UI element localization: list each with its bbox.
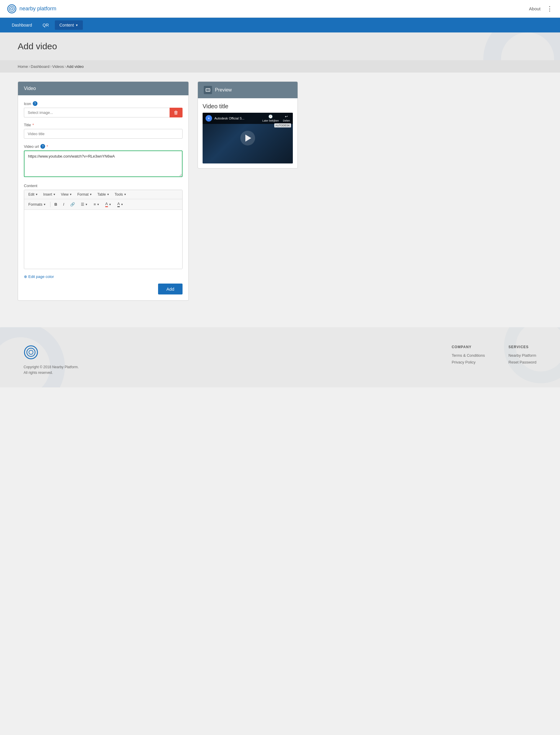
chevron-down-icon: ▼ [89,193,92,196]
footer-company-heading: COMPANY [452,345,485,349]
toolbar-text-color[interactable]: A ▼ [103,200,114,208]
breadcrumb-dashboard[interactable]: Dashboard [31,64,50,69]
breadcrumb: Home › Dashboard › Videos › Add video [0,60,560,73]
play-triangle-icon [245,134,251,142]
preview-card: Preview Video title Autodesk Official S.… [198,81,298,168]
plus-icon: ⊕ [24,274,27,279]
toolbar-unordered-list[interactable]: ☰ ▼ [78,201,90,208]
icon-delete-button[interactable]: 🗑 [170,108,183,117]
chevron-down-icon: ▼ [53,193,56,196]
nav-qr[interactable]: QR [38,20,54,30]
chevron-down-icon: ▼ [43,203,46,206]
nav-content[interactable]: Content ▼ [55,20,83,30]
autodesk-badge: AUTODESK [274,123,291,127]
add-button[interactable]: Add [158,283,183,294]
footer-privacy-link[interactable]: Privacy Policy [452,360,485,364]
footer-services-heading: SERVICES [508,345,536,349]
later-bekijken-btn[interactable]: 🕐 Later bekijken [262,114,279,122]
footer-right: COMPANY Terms & Conditions Privacy Polic… [452,345,536,367]
footer-nearby-link[interactable]: Nearby Platform [508,353,536,357]
svg-point-2 [11,8,13,10]
secondary-nav: Dashboard QR Content ▼ [0,18,560,32]
icon-label: Icon ? [24,101,183,106]
chevron-down-icon: ▼ [75,24,78,27]
menu-edit[interactable]: Edit ▼ [26,191,40,198]
menu-view[interactable]: View ▼ [59,191,75,198]
footer-logo-icon [24,345,38,360]
breadcrumb-home[interactable]: Home [18,64,28,69]
icon-help-badge[interactable]: ? [33,101,37,106]
video-top-actions: 🕐 Later bekijken ↩ Delen [262,114,290,122]
video-card-header: Video [18,82,188,95]
chevron-down-icon: ▼ [85,203,88,206]
content-label: Content [24,183,183,188]
page-header: Add video [0,32,560,60]
ordered-list-icon: ≡ [94,202,96,206]
chevron-down-icon: ▼ [109,203,111,206]
top-nav: nearby platform About ⋮ [0,0,560,18]
url-help-badge[interactable]: ? [40,144,45,149]
share-icon: ↩ [283,114,290,119]
editor-body[interactable] [24,210,182,269]
video-card-body: Icon ? 🗑 Title * [18,95,188,300]
chevron-down-icon: ▼ [69,193,72,196]
footer-services-col: SERVICES Nearby Platform Reset Password [508,345,536,367]
breadcrumb-add-video: Add video [67,64,84,69]
chevron-down-icon: ▼ [121,203,123,206]
icon-select-input[interactable] [24,108,170,117]
content-field-group: Content Edit ▼ Insert ▼ View [24,183,183,269]
more-icon[interactable]: ⋮ [546,5,553,13]
url-required: * [47,144,48,149]
title-field-group: Title * [24,123,183,139]
chevron-down-icon: ▼ [107,193,109,196]
youtube-logo [206,115,212,122]
play-button[interactable] [240,131,255,145]
about-link[interactable]: About [529,6,541,11]
share-btn[interactable]: ↩ Delen [283,114,290,122]
trash-icon: 🗑 [174,110,178,115]
footer-reset-link[interactable]: Reset Password [508,360,536,364]
logo-area: nearby platform [7,4,56,14]
svg-point-9 [27,348,35,356]
video-thumbnail: Autodesk Official S... 🕐 Later bekijken … [203,113,293,163]
toolbar-formats[interactable]: Formats ▼ [26,201,48,208]
toolbar-link[interactable]: 🔗 [68,201,77,208]
edit-page-color-link[interactable]: ⊕ Edit page color [24,274,183,279]
toolbar-bg-color[interactable]: A ▼ [115,200,126,208]
nav-dashboard[interactable]: Dashboard [7,20,37,30]
footer-terms-link[interactable]: Terms & Conditions [452,353,485,357]
preview-video-title: Video title [203,103,293,110]
icon-input-row: 🗑 [24,108,183,117]
clock-icon: 🕐 [262,114,279,119]
chevron-down-icon: ▼ [97,203,99,206]
video-card: Video Icon ? 🗑 Title * [18,81,189,301]
menu-tools[interactable]: Tools ▼ [112,191,129,198]
video-url-field-group: Video url ? * https://www.youtube.com/wa… [24,144,183,178]
editor-menu-bar: Edit ▼ Insert ▼ View ▼ Format [24,190,182,199]
link-icon: 🔗 [70,202,75,206]
footer-copyright: Copyright © 2018 Nearby Platform. All ri… [24,364,83,376]
video-url-textarea[interactable]: https://www.youtube.com/watch?v=RLe3wnYN… [24,150,183,177]
breadcrumb-sep-2: › [50,64,52,69]
menu-insert[interactable]: Insert ▼ [41,191,58,198]
preview-icon-wrap [204,86,212,94]
footer-company-col: COMPANY Terms & Conditions Privacy Polic… [452,345,485,367]
video-url-label: Video url ? * [24,144,183,149]
toolbar-italic[interactable]: I [61,201,67,208]
logo-text: nearby platform [19,6,56,12]
nav-right: About ⋮ [529,5,553,13]
menu-format[interactable]: Format ▼ [75,191,94,198]
toolbar-bold[interactable]: B [52,201,60,208]
chevron-down-icon: ▼ [124,193,127,196]
menu-table[interactable]: Table ▼ [95,191,112,198]
title-input[interactable] [24,129,183,139]
title-label: Title * [24,123,183,127]
toolbar-sep-1 [50,202,50,207]
main-content: Video Icon ? 🗑 Title * [0,73,560,309]
toolbar-ordered-list[interactable]: ≡ ▼ [91,201,102,208]
svg-point-1 [9,6,14,12]
icon-field-group: Icon ? 🗑 [24,101,183,117]
list-icon: ☰ [81,202,84,206]
breadcrumb-videos[interactable]: Videos [52,64,64,69]
footer-left: Copyright © 2018 Nearby Platform. All ri… [24,345,83,376]
